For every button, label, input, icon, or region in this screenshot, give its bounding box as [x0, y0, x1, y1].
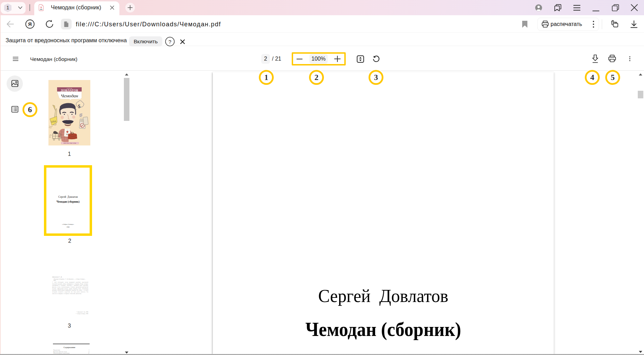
svg-text:Я: Я: [28, 21, 31, 27]
svg-text:?: ?: [169, 39, 171, 45]
svg-text:ДОВЛАТОВ: ДОВЛАТОВ: [61, 89, 78, 92]
svg-text:$: $: [78, 104, 81, 109]
svg-text:АЗБУКА КЛАССИКА: АЗБУКА КЛАССИКА: [64, 143, 76, 144]
svg-text:Чемодан: Чемодан: [61, 93, 78, 98]
